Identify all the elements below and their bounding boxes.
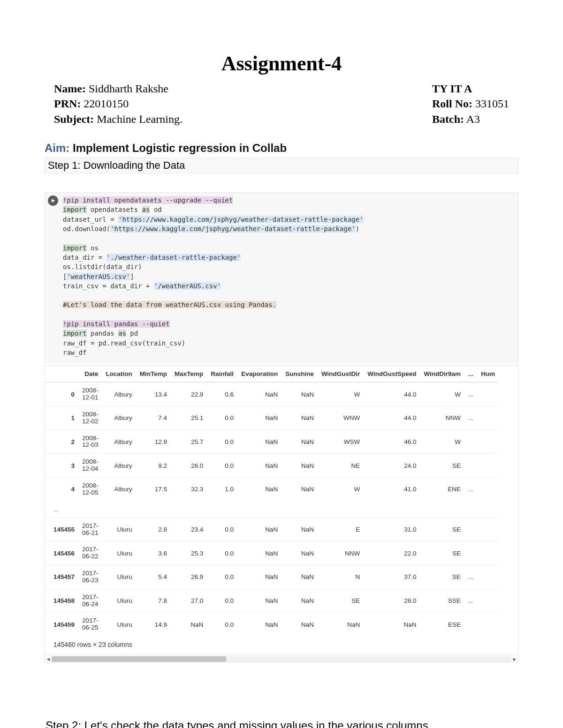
aim-text: Implement Logistic regression in Collab	[73, 142, 287, 154]
code-token: 'https://www.kaggle.com/jsphyg/weather-d…	[118, 216, 364, 223]
scroll-left-icon[interactable]: ◄	[45, 656, 52, 662]
roll-label: Roll No:	[432, 98, 472, 110]
code-token: as	[118, 330, 126, 337]
table-column-header: WindGustDir	[318, 366, 364, 383]
name-label: Name:	[54, 83, 86, 95]
step2-heading: Step 2: Let's check the data types and m…	[45, 719, 518, 728]
table-column-header: Rainfall	[207, 366, 237, 383]
run-cell-button[interactable]	[48, 195, 58, 206]
code-block[interactable]: !pip install opendatasets --upgrade --qu…	[61, 193, 518, 362]
code-token: raw_df	[63, 349, 87, 356]
table-column-header: WindDir9am	[420, 366, 464, 383]
table-row: 32008-12-04Albury9.228.00.0NaNNaNNE24.0S…	[45, 454, 499, 478]
code-token: dataset_url =	[63, 216, 118, 223]
table-row: 1454562017-06-22Uluru3.625.30.0NaNNaNNNW…	[45, 541, 499, 565]
prn-label: PRN:	[54, 98, 81, 110]
code-token: os.listdir(data_dir)	[63, 263, 142, 270]
code-token: as	[142, 206, 150, 213]
aim-heading: Aim: Implement Logistic regression in Co…	[45, 142, 518, 157]
code-token: import	[63, 330, 87, 337]
table-column-header: MinTemp	[136, 366, 171, 383]
code-token: od	[150, 206, 161, 213]
code-token: 'weatherAUS.csv'	[67, 273, 130, 280]
code-token: pandas	[87, 330, 118, 337]
code-token: pd	[126, 330, 138, 337]
output-cell: DateLocationMinTempMaxTempRainfallEvapor…	[45, 365, 518, 663]
class-label: TY IT A	[432, 83, 472, 95]
code-token: import	[63, 206, 87, 213]
batch-value: A3	[464, 113, 480, 125]
roll-value: 331051	[472, 98, 509, 110]
table-column-header: Sunshine	[282, 366, 318, 383]
play-icon	[51, 198, 55, 203]
dataframe-table: DateLocationMinTempMaxTempRainfallEvapor…	[45, 366, 499, 636]
table-ellipsis-row: ...	[45, 501, 499, 518]
table-row: 1454572017-06-23Uluru5.426.90.0NaNNaNN37…	[45, 565, 499, 589]
code-token: od.download(	[63, 225, 110, 233]
code-token: os	[87, 244, 99, 252]
table-row: 22008-12-03Albury12.925.70.0NaNNaNWSW46.…	[45, 430, 499, 454]
table-column-header	[45, 366, 78, 383]
table-column-header: Evaporation	[237, 366, 282, 383]
prn-value: 22010150	[81, 98, 129, 110]
code-token: opendatasets	[87, 206, 142, 213]
table-row: 02008-12-01Albury13.422.90.6NaNNaNW44.0W…	[45, 383, 499, 406]
table-column-header: Date	[78, 366, 102, 383]
table-column-header: WindGustSpeed	[364, 366, 420, 383]
subject-value: Machine Learning.	[94, 113, 183, 125]
table-row: 1454582017-06-24Uluru7.827.00.0NaNNaNSE2…	[45, 589, 499, 613]
code-token: './weather-dataset-rattle-package'	[107, 254, 241, 261]
table-column-header: Location	[102, 366, 136, 383]
table-column-header: ...	[464, 366, 477, 383]
code-token: 'https://www.kaggle.com/jsphyg/weather-d…	[110, 225, 356, 233]
table-row: 12008-12-02Albury7.425.10.0NaNNaNWNW44.0…	[45, 406, 499, 430]
code-token: '/weatherAUS.csv'	[154, 282, 221, 290]
table-row: 42008-12-05Albury17.532.31.0NaNNaNW41.0E…	[45, 477, 499, 501]
code-token: raw_df = pd.read_csv(train_csv)	[63, 339, 185, 347]
scroll-track[interactable]	[52, 656, 511, 662]
page-title: Assignment-4	[45, 52, 518, 75]
table-column-header: Hum	[477, 366, 499, 383]
batch-label: Batch:	[432, 113, 464, 125]
horizontal-scrollbar[interactable]: ◄ ►	[45, 655, 518, 662]
code-token: train_csv = data_dir +	[63, 282, 154, 290]
step1-heading: Step 1: Downloading the Data	[45, 158, 518, 173]
code-token: import	[63, 244, 87, 252]
table-row: 1454592017-06-25Uluru14.9NaN0.0NaNNaNNaN…	[45, 613, 499, 636]
dataframe-shape: 145460 rows × 23 columns	[45, 636, 518, 655]
code-cell: !pip install opendatasets --upgrade --qu…	[45, 192, 518, 362]
code-token: )	[356, 225, 359, 233]
code-token: !pip install opendatasets --upgrade --qu…	[63, 196, 233, 204]
code-token: data_dir =	[63, 254, 107, 261]
scroll-right-icon[interactable]: ►	[511, 656, 518, 662]
subject-label: Subject:	[54, 113, 94, 125]
table-row: 1454552017-06-21Uluru2.823.40.0NaNNaNE31…	[45, 518, 499, 541]
code-token: !pip install pandas --quiet	[63, 320, 170, 328]
aim-label: Aim:	[45, 142, 73, 154]
name-value: Siddharth Rakshe	[86, 83, 168, 95]
scroll-thumb[interactable]	[52, 656, 226, 662]
code-token: #Let's load the data from weatherAUS.csv…	[63, 301, 276, 308]
svg-marker-0	[52, 199, 55, 203]
code-token: ]	[130, 273, 134, 280]
student-info: Name: Siddharth Rakshe PRN: 22010150 Sub…	[45, 81, 518, 127]
table-column-header: MaxTemp	[171, 366, 207, 383]
